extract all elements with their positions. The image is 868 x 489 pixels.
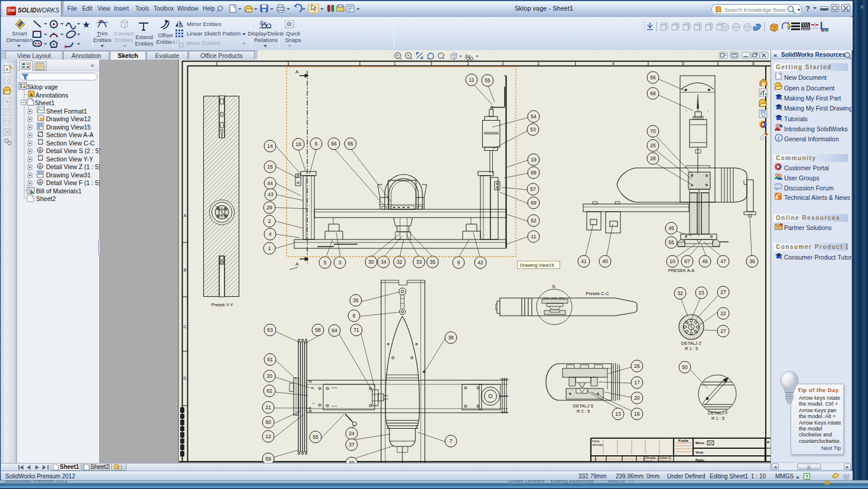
svg-text:2: 2 <box>467 61 469 66</box>
svg-text:44: 44 <box>267 180 273 186</box>
svg-text:27: 27 <box>720 328 726 334</box>
svg-text:19: 19 <box>531 157 537 163</box>
svg-text:A: A <box>295 261 299 267</box>
svg-text:17: 17 <box>634 380 640 386</box>
svg-text:58: 58 <box>315 327 321 333</box>
svg-text:22: 22 <box>720 310 726 316</box>
svg-text:55: 55 <box>485 77 490 83</box>
svg-text:Presek C-C: Presek C-C <box>586 291 609 296</box>
svg-text:4: 4 <box>269 231 272 237</box>
svg-text:A: A <box>5 67 9 72</box>
svg-text:35: 35 <box>353 297 359 303</box>
svg-text:3: 3 <box>537 61 539 66</box>
svg-text:65: 65 <box>347 141 353 147</box>
svg-text:Vukan K.: Vukan K. <box>659 459 672 463</box>
svg-text:45: 45 <box>668 225 674 231</box>
svg-text:A: A <box>30 92 33 98</box>
svg-text:21: 21 <box>265 404 271 410</box>
svg-text:A: A <box>184 213 187 218</box>
svg-text:C: C <box>183 325 186 329</box>
svg-text:R 1 : 5: R 1 : 5 <box>685 346 698 351</box>
svg-text:Drawing View15: Drawing View15 <box>520 263 554 268</box>
svg-text:39: 39 <box>349 460 355 463</box>
svg-text:P: P <box>396 54 399 58</box>
svg-text:34: 34 <box>381 259 386 265</box>
svg-text:6: 6 <box>315 141 318 147</box>
svg-text:Presek Y-Y: Presek Y-Y <box>211 302 233 307</box>
svg-text:DETALJ S: DETALJ S <box>573 403 593 409</box>
svg-text:8: 8 <box>353 313 356 319</box>
svg-text:A: A <box>38 180 41 185</box>
svg-text:61: 61 <box>267 357 273 362</box>
svg-text:R 1 : 5: R 1 : 5 <box>711 416 724 421</box>
svg-text:12: 12 <box>265 433 271 439</box>
svg-text:Veza:: Veza: <box>695 451 704 454</box>
svg-text:52: 52 <box>531 218 537 224</box>
svg-text:6: 6 <box>752 61 755 66</box>
svg-text:D: D <box>183 376 186 380</box>
svg-text:DETALJ F: DETALJ F <box>708 410 728 416</box>
svg-text:R: R <box>767 441 769 444</box>
svg-text:9: 9 <box>457 260 460 265</box>
svg-text:13: 13 <box>615 411 621 417</box>
svg-text:11: 11 <box>531 234 537 239</box>
svg-text:20: 20 <box>266 373 272 379</box>
svg-text:R 2 : 5: R 2 : 5 <box>577 409 590 414</box>
svg-text:5: 5 <box>324 260 327 265</box>
svg-text:A: A <box>295 69 299 75</box>
svg-text:56: 56 <box>650 75 656 80</box>
svg-text:32: 32 <box>396 259 402 265</box>
svg-text:A: A <box>38 164 41 169</box>
svg-text:32: 32 <box>677 290 683 296</box>
svg-text:66: 66 <box>331 141 337 147</box>
svg-text:59: 59 <box>265 456 271 462</box>
svg-text:14: 14 <box>267 143 273 149</box>
svg-text:4: 4 <box>612 61 615 66</box>
svg-text:46: 46 <box>702 258 708 264</box>
svg-text:43: 43 <box>268 192 274 197</box>
svg-text:50: 50 <box>682 364 688 370</box>
svg-text:20: 20 <box>634 395 640 401</box>
svg-text:55: 55 <box>313 434 318 440</box>
svg-text:18: 18 <box>295 141 301 147</box>
svg-text:41: 41 <box>581 258 587 264</box>
svg-text:69: 69 <box>531 170 537 176</box>
svg-text:25: 25 <box>650 143 656 148</box>
svg-text:A: A <box>38 148 41 153</box>
svg-text:71: 71 <box>353 327 359 333</box>
svg-text:57: 57 <box>530 186 536 192</box>
svg-text:29: 29 <box>266 205 272 211</box>
svg-text:69: 69 <box>531 200 537 206</box>
svg-text:60: 60 <box>265 419 271 425</box>
svg-text:64: 64 <box>331 328 337 333</box>
svg-text:67: 67 <box>684 258 690 264</box>
svg-text:1: 1 <box>268 245 271 251</box>
svg-text:16: 16 <box>634 411 640 417</box>
svg-text:26: 26 <box>634 363 640 369</box>
svg-text:15: 15 <box>267 164 273 170</box>
svg-text:54: 54 <box>531 114 537 119</box>
svg-text:PRESEK A-A: PRESEK A-A <box>668 268 695 273</box>
svg-text:30: 30 <box>368 259 374 265</box>
svg-text:70: 70 <box>650 128 656 134</box>
svg-text:68: 68 <box>650 90 656 96</box>
svg-text:53: 53 <box>530 127 536 132</box>
svg-text:11: 11 <box>469 77 474 83</box>
svg-text:DETALJ Z: DETALJ Z <box>681 341 701 346</box>
svg-text:23: 23 <box>698 290 704 296</box>
svg-text:42: 42 <box>477 260 483 265</box>
svg-text:55: 55 <box>668 239 674 245</box>
svg-text:38: 38 <box>448 335 454 341</box>
svg-text:62: 62 <box>266 388 272 394</box>
svg-text:37: 37 <box>349 442 355 448</box>
svg-text:63: 63 <box>267 327 273 333</box>
svg-text:Kopija: Kopija <box>678 439 689 442</box>
svg-text:S: S <box>552 284 555 289</box>
svg-text:27: 27 <box>720 289 726 295</box>
svg-text:B: B <box>184 268 187 272</box>
svg-text:1: 1 <box>394 61 396 66</box>
svg-text:Masa:: Masa: <box>695 441 705 445</box>
svg-text:razvoja: razvoja <box>592 443 603 446</box>
svg-text:33: 33 <box>416 259 422 265</box>
svg-text:35: 35 <box>430 259 435 265</box>
